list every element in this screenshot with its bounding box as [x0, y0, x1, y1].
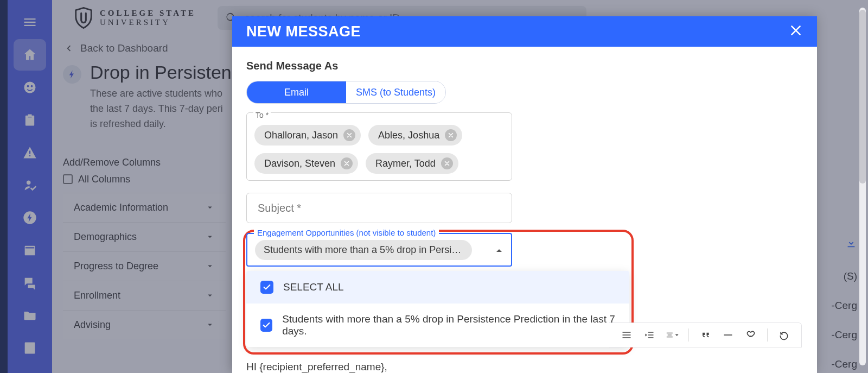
scrollbar-thumb[interactable]	[859, 10, 866, 184]
dropdown-option-select-all[interactable]: SELECT ALL	[246, 271, 629, 304]
checkbox-checked-icon	[260, 319, 272, 332]
dropdown-option-persistence-drop[interactable]: Students with more than a 5% drop in Per…	[246, 304, 629, 347]
subject-input[interactable]	[257, 201, 502, 215]
modal-title: NEW MESSAGE	[246, 23, 361, 40]
tb-list-indent[interactable]	[620, 328, 633, 342]
recipient-chip: Raymer, Todd	[366, 153, 458, 174]
editor-toolbar	[609, 323, 802, 347]
tb-outdent[interactable]	[643, 328, 656, 342]
close-icon	[789, 23, 803, 37]
to-field[interactable]: To * Ohalloran, Jason Ables, Joshua Davi…	[246, 112, 512, 181]
modal-header: NEW MESSAGE	[232, 16, 817, 47]
subject-field[interactable]	[246, 193, 512, 223]
remove-chip-button[interactable]	[445, 129, 457, 141]
tab-email[interactable]: Email	[247, 81, 346, 103]
engagement-opportunities-select[interactable]: Engagement Opportunities (not visible to…	[246, 233, 512, 267]
checkbox-checked-icon	[260, 281, 273, 294]
page-scrollbar[interactable]	[859, 8, 866, 365]
modal-close-button[interactable]	[789, 23, 803, 40]
close-icon	[346, 132, 353, 138]
tab-sms[interactable]: SMS (to Students)	[346, 81, 445, 103]
message-body-text[interactable]: HI {recipient_preferred_name},	[246, 361, 803, 373]
modal-body: Send Message As Email SMS (to Students) …	[232, 47, 817, 373]
toolbar-separator	[767, 328, 768, 342]
svg-rect-5	[724, 334, 732, 336]
remove-chip-button[interactable]	[441, 157, 453, 169]
toolbar-separator	[688, 328, 689, 342]
engagement-dropdown: SELECT ALL Students with more than a 5% …	[246, 271, 629, 347]
tb-link[interactable]	[744, 328, 757, 342]
chevron-down-icon	[675, 333, 679, 337]
close-icon	[444, 160, 450, 167]
caret-up-icon	[496, 245, 502, 255]
send-as-label: Send Message As	[246, 60, 803, 72]
recipient-chip: Ables, Joshua	[368, 125, 462, 146]
recipient-chip: Ohalloran, Jason	[254, 125, 361, 146]
close-icon	[343, 160, 350, 167]
tb-hr[interactable]	[722, 328, 735, 342]
tb-align[interactable]	[666, 328, 679, 342]
tb-quote[interactable]	[699, 328, 712, 342]
engagement-label: Engagement Opportunities (not visible to…	[254, 228, 439, 237]
close-icon	[448, 132, 454, 138]
recipient-chip: Davison, Steven	[254, 153, 358, 174]
new-message-modal: NEW MESSAGE Send Message As Email SMS (t…	[232, 16, 817, 373]
tb-undo[interactable]	[777, 328, 790, 342]
to-label: To *	[253, 111, 271, 119]
remove-chip-button[interactable]	[341, 157, 353, 169]
engagement-selected-chip: Students with more than a 5% drop in Per…	[255, 240, 472, 260]
remove-chip-button[interactable]	[343, 129, 355, 141]
send-as-toggle: Email SMS (to Students)	[246, 81, 446, 104]
recipient-chips: Ohalloran, Jason Ables, Joshua Davison, …	[254, 125, 504, 174]
